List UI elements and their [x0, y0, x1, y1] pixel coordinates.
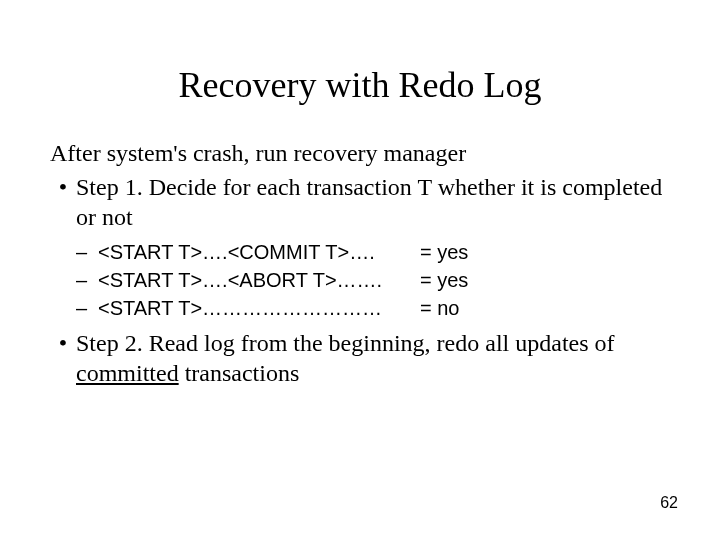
bullet-mark: • — [50, 172, 76, 232]
bullet-2-text: Step 2. Read log from the beginning, red… — [76, 328, 670, 388]
bullet-mark: • — [50, 328, 76, 388]
sub-item-2: – <START T>….<ABORT T>……. = yes — [50, 266, 670, 294]
sub-item-3: – <START T>……………………… = no — [50, 294, 670, 322]
sub-list: – <START T>….<COMMIT T>…. = yes – <START… — [50, 238, 670, 322]
bullet-1: • Step 1. Decide for each transaction T … — [50, 172, 670, 232]
dash-mark: – — [76, 238, 98, 266]
bullet-2-pre: Step 2. Read log from the beginning, red… — [76, 330, 615, 356]
sub-2-left: <START T>….<ABORT T>……. — [98, 266, 420, 294]
sub-2-right: = yes — [420, 266, 670, 294]
page-number: 62 — [660, 494, 678, 512]
sub-3-left: <START T>……………………… — [98, 294, 420, 322]
intro-line: After system's crash, run recovery manag… — [50, 138, 670, 168]
sub-1-right: = yes — [420, 238, 670, 266]
slide-title: Recovery with Redo Log — [50, 64, 670, 106]
bullet-1-text: Step 1. Decide for each transaction T wh… — [76, 172, 670, 232]
dash-mark: – — [76, 266, 98, 294]
bullet-2-post: transactions — [179, 360, 300, 386]
bullet-2: • Step 2. Read log from the beginning, r… — [50, 328, 670, 388]
bullet-2-underlined: committed — [76, 360, 179, 386]
sub-1-left: <START T>….<COMMIT T>…. — [98, 238, 420, 266]
sub-3-right: = no — [420, 294, 670, 322]
dash-mark: – — [76, 294, 98, 322]
sub-item-1: – <START T>….<COMMIT T>…. = yes — [50, 238, 670, 266]
